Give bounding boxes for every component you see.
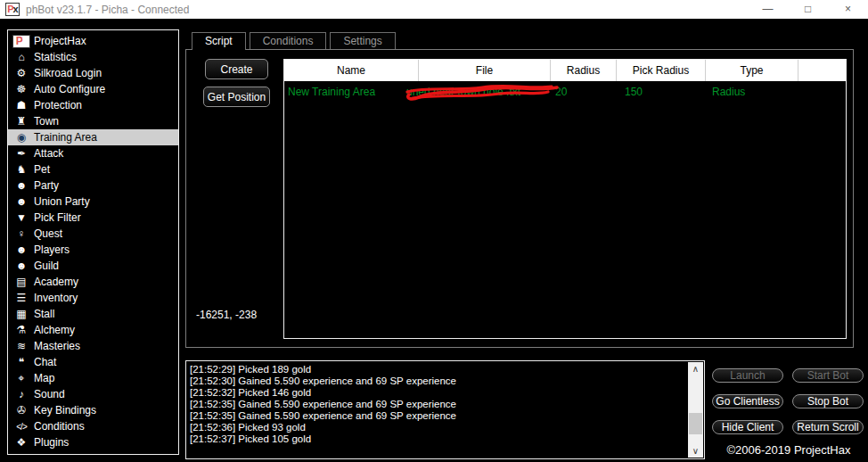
party-icon: ☻ [12,179,30,192]
sidebar-item-statistics[interactable]: ⌂Statistics [8,49,178,65]
start-bot-button[interactable]: Start Bot [792,368,864,383]
key-bindings-icon: ✇ [12,404,30,417]
sidebar-item-label: Key Bindings [34,404,96,417]
sound-icon: ♪ [12,388,30,400]
sidebar-item-label: Statistics [34,51,77,63]
column-header-pick-radius[interactable]: Pick Radius [617,60,706,81]
tab-strip: Script Conditions Settings [192,32,399,50]
sidebar-item-label: Sound [34,388,65,400]
sidebar-item-label: Attack [34,147,63,160]
sidebar-item-label: Party [34,179,59,192]
sidebar-item-chat[interactable]: ❝Chat [8,354,178,370]
column-header-extra [798,60,844,81]
log-line: [21:52:30] Gained 5.590 experience and 6… [190,375,684,387]
chat-icon: ❝ [12,356,30,368]
sidebar-item-attack[interactable]: ✒Attack [8,145,178,161]
tab-script[interactable]: Script [192,32,246,50]
auto-configure-icon: ☸ [12,83,30,95]
close-button[interactable]: × [828,0,868,19]
sidebar-item-auto-configure[interactable]: ☸Auto Configure [8,81,178,97]
sidebar-item-key-bindings[interactable]: ✇Key Bindings [8,402,178,418]
column-header-radius[interactable]: Radius [551,60,617,81]
tab-settings[interactable]: Settings [330,32,395,49]
sidebar-item-party[interactable]: ☻Party [8,177,178,194]
sidebar-item-projecthax[interactable]: PxProjectHax [8,33,178,49]
sidebar-item-plugins[interactable]: ❖Plugins [8,434,178,450]
cell-radius: 20 [555,86,567,98]
tab-conditions[interactable]: Conditions [250,32,327,49]
log-line: [21:52:29] Picked 189 gold [190,364,684,375]
plugins-icon: ❖ [12,436,30,449]
app-logo-icon: Px [5,3,20,16]
sidebar-item-label: Pick Filter [34,211,81,224]
sidebar-item-alchemy[interactable]: ⚗Alchemy [8,322,178,338]
sidebar-item-training-area[interactable]: ◉Training Area [8,129,178,145]
sidebar-item-conditions[interactable]: </>Conditions [8,418,178,434]
scroll-up-icon[interactable]: ∧ [688,362,703,375]
sidebar: PxProjectHax ⌂Statistics ⚙Silkroad Login… [7,29,179,455]
stop-bot-button[interactable]: Stop Bot [792,394,864,408]
training-area-table: Name File Radius Pick Radius Type New Tr… [283,59,847,339]
players-icon: ☻ [12,243,30,256]
sidebar-item-union-party[interactable]: ☻Union Party [8,194,178,210]
sidebar-item-town[interactable]: ♜Town [8,113,178,129]
silkroad-login-icon: ⚙ [12,67,30,79]
stall-icon: ▦ [12,308,30,320]
masteries-icon: ≋ [12,340,30,352]
sidebar-item-academy[interactable]: ▤Academy [8,274,178,290]
statistics-icon: ⌂ [12,51,30,63]
academy-icon: ▤ [12,276,30,288]
sidebar-item-pick-filter[interactable]: ▼Pick Filter [8,210,178,226]
sidebar-item-label: Conditions [34,420,85,433]
sidebar-item-label: Map [34,372,54,384]
log-output[interactable]: [21:52:29] Picked 189 gold [21:52:30] Ga… [185,360,705,459]
maximize-button[interactable]: □ [788,0,828,19]
log-line: [21:52:35] Gained 5.590 experience and 6… [190,399,684,410]
sidebar-item-label: Masteries [34,340,80,352]
table-header: Name File Radius Pick Radius Type [284,60,846,81]
union-party-icon: ☻ [12,195,30,208]
log-scrollbar[interactable]: ∧ ∨ [688,362,703,458]
sidebar-item-protection[interactable]: ☗Protection [8,97,178,113]
phbot-window: Px phBot v23.1.7 - Picha - Connected — □… [0,0,868,462]
sidebar-item-inventory[interactable]: ☰Inventory [8,290,178,306]
scroll-down-icon[interactable]: ∨ [688,444,703,458]
cell-type: Radius [712,86,745,98]
sidebar-item-label: ProjectHax [34,35,86,47]
launch-button[interactable]: Launch [712,368,783,383]
sidebar-item-sound[interactable]: ♪Sound [8,386,178,402]
minimize-button[interactable]: — [748,0,788,19]
go-clientless-button[interactable]: Go Clientless [712,394,783,408]
cell-file: uned near town hole .txt [406,86,520,98]
conditions-icon: </> [12,422,30,432]
sidebar-item-pet[interactable]: ♞Pet [8,161,178,177]
sidebar-item-label: Players [34,243,70,256]
sidebar-item-masteries[interactable]: ≋Masteries [8,338,178,354]
sidebar-item-quest[interactable]: ♀Quest [8,226,178,242]
sidebar-item-stall[interactable]: ▦Stall [8,306,178,322]
scrollbar-thumb[interactable] [689,413,702,434]
inventory-icon: ☰ [12,292,30,304]
sidebar-item-players[interactable]: ☻Players [8,242,178,258]
log-lines: [21:52:29] Picked 189 gold [21:52:30] Ga… [190,364,684,456]
column-header-type[interactable]: Type [706,60,798,81]
sidebar-item-label: Protection [34,99,82,111]
cell-name: New Training Area [288,86,375,98]
sidebar-item-silkroad-login[interactable]: ⚙Silkroad Login [8,65,178,81]
get-position-button[interactable]: Get Position [203,87,270,107]
table-row[interactable]: New Training Area uned near town hole .t… [284,81,846,103]
column-header-name[interactable]: Name [284,60,419,81]
log-line: [21:52:32] Picked 146 gold [190,387,684,399]
pick-filter-icon: ▼ [12,211,30,224]
hide-client-button[interactable]: Hide Client [712,420,783,434]
copyright-text: ©2006-2019 ProjectHax [709,443,868,457]
log-line: [21:52:35] Gained 5.590 experience and 6… [190,410,684,422]
sidebar-item-map[interactable]: ⌖Map [8,370,178,386]
sidebar-item-label: Silkroad Login [34,67,102,79]
cell-pick-radius: 150 [625,86,643,98]
sidebar-item-guild[interactable]: ☻Guild [8,258,178,274]
create-button[interactable]: Create [205,59,268,79]
sidebar-item-label: Inventory [34,292,78,304]
return-scroll-button[interactable]: Return Scroll [792,420,864,434]
column-header-file[interactable]: File [419,60,551,81]
